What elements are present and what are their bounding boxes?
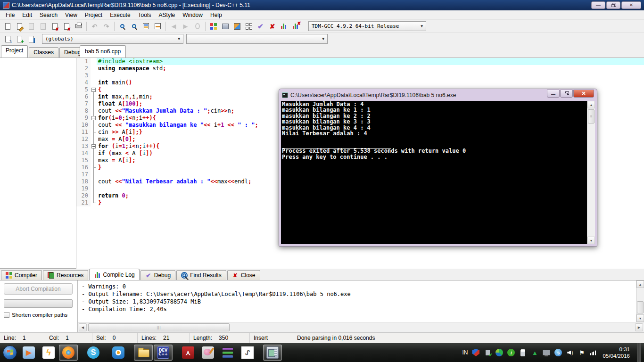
- log-line-4: - Compilation Time: 2,40s: [82, 305, 632, 313]
- monitor-icon[interactable]: [543, 349, 550, 356]
- taskbar-dino-app[interactable]: ᔑ: [238, 345, 257, 361]
- idm-icon[interactable]: [495, 349, 503, 356]
- tab-compile-log[interactable]: Compile Log: [89, 269, 139, 280]
- shield-icon[interactable]: [472, 349, 479, 356]
- flag-icon[interactable]: ⚑: [578, 349, 586, 356]
- console-output[interactable]: Masukkan Jumlah Data : 4masukkan bilanga…: [281, 101, 587, 244]
- compile-log-output[interactable]: - Warnings: 0- Output Filename: C:\Users…: [78, 280, 636, 322]
- fold-marker: [91, 72, 97, 79]
- taskbar-skype[interactable]: S: [84, 345, 103, 361]
- shorten-paths-checkbox[interactable]: [4, 312, 9, 318]
- console-scroll-thumb[interactable]: ≡: [588, 109, 594, 123]
- taskbar-winamp[interactable]: ϟ: [39, 345, 58, 361]
- compile-button[interactable]: [207, 21, 219, 32]
- taskbar-paint[interactable]: [198, 345, 217, 361]
- tab-close[interactable]: Close: [227, 270, 260, 280]
- taskbar-adobe-reader[interactable]: ⋏: [179, 345, 198, 361]
- mag-icon: [181, 272, 188, 279]
- menu-execute[interactable]: Execute: [106, 11, 134, 19]
- profile-button[interactable]: [278, 21, 290, 32]
- replace-button[interactable]: [140, 21, 152, 32]
- restore-button[interactable]: [606, 1, 620, 9]
- console-title-bar[interactable]: C:\Users\acer\AppData\Local\Temp\Rar$DI1…: [279, 89, 597, 101]
- compile-and-run-button[interactable]: [231, 21, 243, 32]
- taskbar-dev-cpp[interactable]: DEVC++: [154, 345, 173, 361]
- hscroll-thumb[interactable]: |||: [88, 323, 230, 331]
- goto-line-button[interactable]: [152, 21, 164, 32]
- tab-find-results[interactable]: Find Results: [176, 270, 226, 280]
- tab-resources[interactable]: Resources: [43, 270, 88, 280]
- tab-compiler[interactable]: Compiler: [1, 270, 42, 280]
- scroll-up-icon[interactable]: ▲: [636, 280, 644, 288]
- stop-execution-button[interactable]: ✘: [266, 21, 278, 32]
- profile-delete-button[interactable]: [290, 21, 302, 32]
- info-icon[interactable]: i: [507, 349, 515, 356]
- scroll-right-icon[interactable]: ▶: [635, 323, 643, 331]
- console-close-button[interactable]: ✕: [573, 90, 594, 98]
- sync-icon[interactable]: s: [554, 349, 562, 356]
- taskbar-winrar[interactable]: [218, 345, 237, 361]
- find-in-files-button[interactable]: [128, 21, 140, 32]
- syntax-check-button[interactable]: ✔: [255, 21, 266, 32]
- close-button[interactable]: ✕: [621, 1, 641, 9]
- taskbar-clock[interactable]: 0:31 05/04/2016: [603, 346, 630, 359]
- scroll-up-icon[interactable]: ▲: [587, 101, 595, 108]
- show-desktop-button[interactable]: [637, 343, 641, 362]
- add-to-project-button[interactable]: [14, 33, 25, 45]
- tab-debug[interactable]: ✔Debug: [140, 270, 175, 280]
- menu-search[interactable]: Search: [36, 11, 61, 19]
- new-file-button[interactable]: [2, 21, 14, 32]
- close-file-button[interactable]: [49, 21, 61, 32]
- console-window[interactable]: C:\Users\acer\AppData\Local\Temp\Rar$DI1…: [279, 89, 597, 247]
- scroll-down-icon[interactable]: ▼: [587, 237, 595, 244]
- menu-file[interactable]: File: [2, 11, 18, 19]
- log-vertical-scrollbar[interactable]: ▲ ▼: [636, 280, 644, 322]
- fold-marker[interactable]: [91, 115, 97, 122]
- new-source-file-button[interactable]: [2, 33, 14, 45]
- tab-project[interactable]: Project: [1, 45, 28, 58]
- taskbar-file-explorer[interactable]: [134, 345, 153, 361]
- console-restore-button[interactable]: [560, 90, 573, 98]
- menu-help[interactable]: Help: [206, 11, 226, 19]
- find-button[interactable]: [116, 21, 128, 32]
- fold-marker[interactable]: [91, 86, 97, 93]
- battery-icon[interactable]: [519, 349, 527, 356]
- taskbar-picsart[interactable]: [109, 345, 128, 361]
- menu-tools[interactable]: Tools: [134, 11, 155, 19]
- log-scroll-thumb[interactable]: [637, 301, 644, 313]
- start-button[interactable]: [1, 344, 19, 361]
- language-indicator[interactable]: IN: [462, 349, 468, 356]
- fold-marker[interactable]: [91, 143, 97, 150]
- menu-astyle[interactable]: AStyle: [155, 11, 179, 19]
- profile-icon: [280, 22, 289, 31]
- menu-view[interactable]: View: [61, 11, 81, 19]
- close-all-button[interactable]: [61, 21, 73, 32]
- tab-classes[interactable]: Classes: [29, 47, 58, 58]
- speaker-icon[interactable]: [566, 349, 574, 356]
- menu-project[interactable]: Project: [81, 11, 106, 19]
- log-horizontal-scrollbar[interactable]: ◀ ||| ▶: [78, 322, 644, 332]
- print-button[interactable]: [73, 21, 84, 32]
- bars-icon[interactable]: [590, 350, 596, 355]
- minimize-button[interactable]: —: [591, 1, 605, 9]
- drive-icon[interactable]: ▲: [531, 349, 538, 356]
- scroll-down-icon[interactable]: ▼: [636, 314, 644, 322]
- console-minimize-button[interactable]: ▬: [547, 90, 560, 98]
- compiler-profile-select[interactable]: TDM-GCC 4.9.2 64-bit Release ▼: [308, 21, 426, 31]
- rebuild-all-button[interactable]: [243, 21, 255, 32]
- usb-icon[interactable]: [484, 349, 491, 356]
- console-scrollbar[interactable]: ▲ ≡ ▼: [587, 101, 595, 244]
- globals-select[interactable]: (globals) ▼: [42, 34, 183, 44]
- members-select[interactable]: ▼: [186, 34, 328, 44]
- taskbar-windows-media-player[interactable]: ▶: [19, 345, 38, 361]
- menu-window[interactable]: Window: [179, 11, 206, 19]
- menu-edit[interactable]: Edit: [18, 11, 36, 19]
- taskbar-firefox[interactable]: [59, 345, 78, 361]
- run-button[interactable]: [219, 21, 231, 32]
- taskbar-console-window[interactable]: [263, 345, 282, 361]
- project-panel[interactable]: [0, 58, 76, 269]
- remove-from-project-button[interactable]: [25, 33, 37, 45]
- tab-source-file[interactable]: bab 5 no6.cpp: [80, 45, 126, 58]
- scroll-left-icon[interactable]: ◀: [79, 323, 87, 331]
- open-file-button[interactable]: [14, 21, 25, 32]
